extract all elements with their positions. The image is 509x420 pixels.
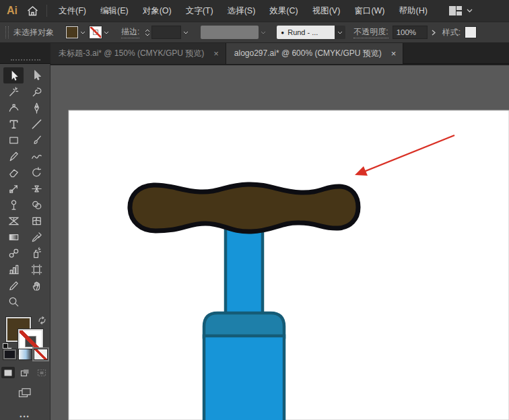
rotate-tool[interactable] [26, 164, 46, 180]
stroke-weight-input[interactable] [151, 26, 181, 39]
symbol-sprayer-tool[interactable] [26, 245, 46, 261]
eyedropper-tool[interactable] [26, 229, 46, 245]
menu-type[interactable]: 文字(T) [184, 3, 215, 20]
artboard-tool[interactable] [26, 261, 46, 277]
menu-file[interactable]: 文件(F) [57, 3, 88, 20]
tab-alogo297[interactable]: alogo297.ai* @ 600% (CMYK/GPU 预览) × [226, 43, 404, 64]
hand-tool[interactable] [26, 277, 46, 293]
menu-effect[interactable]: 效果(C) [267, 3, 300, 20]
draw-behind-button[interactable] [18, 367, 32, 378]
draw-behind-icon [20, 369, 30, 377]
blend-tool[interactable] [3, 245, 24, 261]
shape-builder-tool[interactable] [26, 197, 46, 213]
close-icon[interactable]: × [213, 49, 219, 58]
fill-color-swatch[interactable] [66, 26, 78, 38]
brush-chevron[interactable] [335, 26, 345, 39]
artboard-icon [30, 263, 43, 276]
stroke-weight-stepper[interactable] [145, 29, 150, 36]
workspace-switcher[interactable] [449, 6, 473, 15]
pencil-tool[interactable] [3, 148, 24, 164]
opacity-more-button[interactable] [432, 30, 436, 36]
gradient-button[interactable] [18, 349, 32, 360]
color-button[interactable] [3, 349, 17, 360]
rotate-icon [30, 166, 43, 179]
blend-icon [7, 247, 20, 260]
document-canvas [50, 65, 509, 420]
shape-builder-icon [30, 199, 43, 211]
puppet-warp-icon [7, 199, 20, 211]
stroke-weight-dropdown[interactable] [183, 31, 189, 34]
artboard [69, 110, 509, 420]
magic-wand-tool[interactable] [3, 83, 24, 100]
none-button[interactable] [34, 349, 48, 360]
mesh-icon [30, 215, 43, 228]
pump-rod[interactable] [226, 225, 263, 314]
gradient-tool[interactable] [3, 229, 24, 245]
pump-coupling[interactable] [204, 313, 284, 337]
workspace-layout-icon [449, 6, 463, 15]
direct-selection-tool[interactable] [26, 67, 46, 83]
stroke-color-swatch[interactable] [90, 26, 102, 38]
paintbrush-tool[interactable] [26, 132, 46, 148]
close-icon[interactable]: × [391, 49, 397, 58]
gradient-icon [7, 231, 20, 244]
menu-object[interactable]: 对象(O) [141, 3, 174, 20]
illustrator-window: Ai 文件(F) 编辑(E) 对象(O) 文字(T) 选择(S) 效果(C) 视… [0, 0, 509, 420]
chevron-down-icon [337, 31, 343, 34]
menu-view[interactable]: 视图(V) [310, 3, 343, 20]
toolbar-header [0, 43, 50, 63]
draw-normal-icon [3, 369, 13, 377]
toolbar-overflow-button[interactable]: ••• [20, 413, 30, 420]
pump-handle[interactable] [130, 184, 358, 232]
menu-edit[interactable]: 编辑(E) [98, 3, 131, 20]
main-area: ••• [0, 64, 509, 420]
perspective-grid-tool[interactable] [3, 213, 24, 229]
eraser-tool[interactable] [3, 164, 24, 180]
symbol-sprayer-icon [30, 247, 43, 260]
tab-untitled-3[interactable]: 未标题-3.ai* @ 150% (CMYK/GPU 预览) × [50, 43, 226, 64]
curvature-tool[interactable] [3, 100, 24, 116]
eyedropper-icon [30, 231, 43, 244]
shaper-tool[interactable] [26, 148, 46, 164]
draw-normal-button[interactable] [1, 367, 15, 378]
menu-select[interactable]: 选择(S) [226, 3, 258, 20]
width-tool[interactable] [26, 180, 46, 197]
zoom-tool[interactable] [3, 293, 24, 310]
home-button[interactable] [27, 6, 38, 16]
direct-selection-arrow-icon [30, 69, 43, 82]
rectangle-tool[interactable] [3, 132, 24, 148]
width-icon [30, 182, 43, 195]
scale-tool[interactable] [3, 180, 24, 197]
menu-help[interactable]: 帮助(H) [397, 3, 430, 20]
eraser-icon [7, 166, 20, 179]
fill-color-dropdown[interactable] [80, 31, 86, 34]
stroke-color-dropdown[interactable] [104, 31, 109, 34]
stroke-weight-label[interactable]: 描边: [121, 26, 139, 38]
opacity-label[interactable]: 不透明度: [353, 26, 388, 38]
swap-fill-stroke-button[interactable] [38, 315, 46, 327]
panel-grip[interactable] [5, 26, 9, 38]
menu-window[interactable]: 窗口(W) [352, 3, 386, 20]
opacity-input[interactable]: 100% [393, 26, 428, 39]
selection-tool[interactable] [3, 67, 24, 83]
type-tool[interactable] [3, 116, 24, 132]
pump-body[interactable] [204, 336, 284, 420]
tools-empty-cell [26, 293, 46, 310]
screen-mode-button[interactable] [18, 388, 32, 401]
toolbar-grip[interactable] [11, 59, 40, 61]
mesh-tool[interactable] [26, 213, 46, 229]
draw-inside-icon [37, 369, 46, 377]
lasso-tool[interactable] [26, 83, 46, 100]
slice-tool[interactable] [3, 277, 24, 293]
brush-definition-dropdown[interactable]: ● Rund - ... [277, 26, 345, 39]
pen-tool[interactable] [26, 100, 46, 116]
style-swatch[interactable] [465, 26, 477, 38]
line-segment-tool[interactable] [26, 116, 46, 132]
tool-palette: ••• [0, 64, 50, 420]
column-graph-icon [7, 263, 20, 276]
style-label: 样式: [442, 27, 461, 38]
puppet-warp-tool[interactable] [3, 197, 24, 213]
column-graph-tool[interactable] [3, 261, 24, 277]
canvas-area[interactable] [50, 64, 509, 420]
app-logo: Ai [7, 5, 18, 17]
